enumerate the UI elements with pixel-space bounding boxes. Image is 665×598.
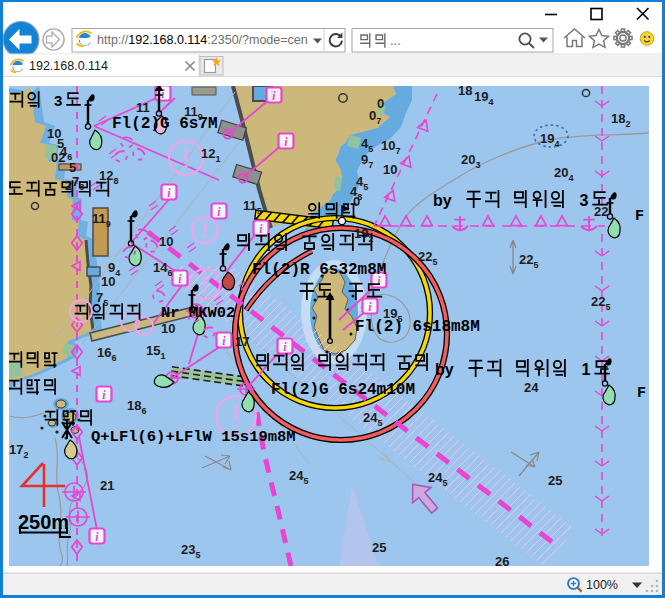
svg-text:by: by: [435, 361, 454, 378]
svg-text:F: F: [635, 208, 644, 225]
svg-text:17: 17: [235, 334, 249, 349]
svg-text:10: 10: [161, 321, 175, 336]
svg-text:...: ...: [390, 33, 401, 48]
svg-text:10: 10: [101, 274, 115, 289]
svg-text:5: 5: [69, 160, 76, 175]
svg-text:0: 0: [377, 96, 384, 111]
svg-text:10: 10: [159, 234, 173, 249]
svg-text:0: 0: [353, 194, 360, 209]
svg-text:3: 3: [54, 92, 62, 109]
svg-text:http://192.168.0.114:2350/?mod: http://192.168.0.114:2350/?mode=cen: [97, 33, 308, 47]
svg-text:192.168.0.114: 192.168.0.114: [29, 59, 108, 73]
svg-text:24: 24: [524, 380, 539, 395]
svg-text:Fl(2) 6s18m8M: Fl(2) 6s18m8M: [355, 318, 480, 336]
svg-text:250m: 250m: [18, 511, 69, 533]
svg-text:25: 25: [372, 540, 386, 555]
svg-text:22: 22: [594, 204, 608, 219]
svg-text:25: 25: [548, 473, 562, 488]
svg-text:18: 18: [458, 86, 472, 98]
svg-text:Nr MKW02: Nr MKW02: [161, 304, 235, 322]
svg-text:Fl(2)G 6s24m10M: Fl(2)G 6s24m10M: [271, 381, 415, 399]
svg-text:26: 26: [495, 554, 509, 566]
svg-text:Q+LFl(6)+LFlW 15s19m8M: Q+LFl(6)+LFlW 15s19m8M: [91, 428, 296, 446]
svg-text:2: 2: [65, 178, 72, 193]
svg-text:11: 11: [136, 100, 150, 115]
svg-text:10: 10: [383, 162, 397, 177]
svg-text:Fl(2)R 6s32m8M: Fl(2)R 6s32m8M: [252, 261, 386, 279]
svg-text:21: 21: [100, 478, 114, 493]
svg-text:F: F: [637, 385, 646, 402]
svg-text:100%: 100%: [586, 578, 618, 592]
svg-text:1: 1: [581, 361, 590, 378]
svg-text:3: 3: [579, 192, 588, 209]
svg-text:by: by: [433, 192, 452, 209]
svg-text:02: 02: [51, 150, 65, 165]
